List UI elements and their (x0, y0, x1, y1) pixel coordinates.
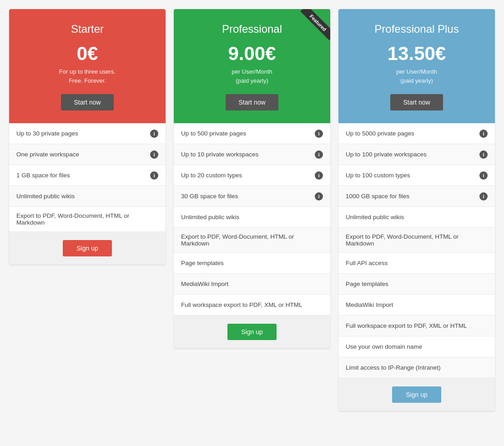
info-icon[interactable]: i (315, 130, 323, 138)
plan-desc: For up to three users.Free. Forever. (18, 67, 156, 85)
info-icon[interactable]: i (479, 192, 488, 200)
plan-footer-professional-plus: Sign up (338, 378, 495, 411)
feature-text: Full API access (346, 260, 488, 266)
start-now-button[interactable]: Start now (61, 94, 113, 110)
feature-text: Up to 100 custom types (346, 172, 476, 179)
features-list: Up to 500 private pagesiUp to 10 private… (174, 123, 330, 316)
list-item: Page templates (338, 274, 495, 295)
feature-text: Export to PDF, Word-Document, HTML or Ma… (181, 233, 323, 247)
list-item: Export to PDF, Word-Document, HTML or Ma… (9, 207, 166, 232)
info-icon[interactable]: i (150, 130, 158, 138)
feature-text: MediaWiki Import (181, 281, 323, 287)
list-item: Unlimited public wikis (338, 207, 495, 228)
list-item: Full API access (338, 253, 495, 274)
plan-header-starter: Starter0€For up to three users.Free. For… (9, 9, 166, 123)
feature-text: Up to 5000 private pages (346, 130, 476, 137)
list-item: Export to PDF, Word-Document, HTML or Ma… (338, 228, 495, 253)
feature-text: Up to 30 private pages (16, 130, 146, 137)
list-item: One private workspacei (9, 144, 166, 165)
feature-text: One private workspace (16, 151, 146, 158)
feature-text: Limit access to IP-Range (Intranet) (346, 364, 488, 371)
plan-desc: per User/Month(paid yearly) (183, 67, 321, 85)
list-item: Up to 100 private workspacesi (338, 144, 495, 165)
plan-professional-plus: Professional Plus13.50€per User/Month(pa… (338, 9, 495, 411)
feature-text: 30 GB space for files (181, 193, 311, 200)
features-list: Up to 30 private pagesiOne private works… (9, 123, 166, 232)
feature-text: 1000 GB space for files (346, 193, 476, 200)
start-now-button[interactable]: Start now (390, 94, 443, 110)
list-item: 30 GB space for filesi (174, 186, 330, 207)
feature-text: Unlimited public wikis (346, 214, 488, 220)
feature-text: Up to 20 custom types (181, 172, 311, 179)
plan-header-professional-plus: Professional Plus13.50€per User/Month(pa… (338, 9, 495, 123)
plan-footer-starter: Sign up (9, 232, 166, 265)
plan-price: 0€ (18, 43, 156, 65)
feature-text: Unlimited public wikis (181, 214, 323, 220)
list-item: MediaWiki Import (338, 295, 495, 316)
plan-professional: Professional9.00€per User/Month(paid yea… (174, 9, 330, 348)
features-list: Up to 5000 private pagesiUp to 100 priva… (338, 123, 495, 378)
list-item: MediaWiki Import (174, 274, 330, 295)
feature-text: 1 GB space for files (16, 172, 146, 179)
list-item: Up to 10 private workspacesi (174, 144, 330, 165)
list-item: Unlimited public wikis (174, 207, 330, 228)
list-item: Up to 500 private pagesi (174, 123, 330, 144)
list-item: Unlimited public wikis (9, 186, 166, 207)
list-item: 1000 GB space for filesi (338, 186, 495, 207)
plan-name: Starter (18, 23, 156, 35)
info-icon[interactable]: i (479, 130, 488, 138)
plan-price: 9.00€ (183, 43, 321, 65)
list-item: Up to 20 custom typesi (174, 165, 330, 186)
feature-text: Use your own domain name (346, 343, 488, 350)
list-item: Limit access to IP-Range (Intranet) (338, 357, 495, 378)
signup-button[interactable]: Sign up (63, 240, 111, 256)
feature-text: Full workspace export to PDF, XML or HTM… (346, 322, 488, 329)
feature-text: Export to PDF, Word-Document, HTML or Ma… (346, 233, 488, 247)
info-icon[interactable]: i (150, 150, 158, 159)
start-now-button[interactable]: Start now (226, 94, 278, 110)
signup-button[interactable]: Sign up (392, 386, 441, 403)
info-icon[interactable]: i (315, 150, 323, 159)
list-item: Use your own domain name (338, 336, 495, 357)
feature-text: Up to 100 private workspaces (346, 151, 476, 158)
list-item: Up to 30 private pagesi (9, 123, 166, 144)
feature-text: Page templates (346, 281, 488, 287)
pricing-container: Starter0€For up to three users.Free. For… (9, 9, 495, 411)
signup-button[interactable]: Sign up (227, 324, 276, 340)
info-icon[interactable]: i (150, 171, 158, 180)
plan-starter: Starter0€For up to three users.Free. For… (9, 9, 166, 265)
plan-header-professional: Professional9.00€per User/Month(paid yea… (174, 9, 330, 123)
featured-badge (294, 9, 330, 45)
feature-text: Page templates (181, 260, 323, 266)
list-item: Full workspace export to PDF, XML or HTM… (174, 295, 330, 316)
list-item: Full workspace export to PDF, XML or HTM… (338, 316, 495, 336)
feature-text: Unlimited public wikis (16, 193, 158, 200)
plan-footer-professional: Sign up (174, 316, 330, 348)
plan-name: Professional Plus (348, 23, 486, 35)
feature-text: Full workspace export to PDF, XML or HTM… (181, 301, 323, 308)
list-item: Up to 5000 private pagesi (338, 123, 495, 144)
feature-text: Up to 10 private workspaces (181, 151, 311, 158)
plan-desc: per User/Month(paid yearly) (348, 67, 486, 85)
info-icon[interactable]: i (479, 171, 488, 180)
plan-price: 13.50€ (348, 43, 486, 65)
feature-text: Up to 500 private pages (181, 130, 311, 137)
info-icon[interactable]: i (315, 171, 323, 180)
list-item: Page templates (174, 253, 330, 274)
info-icon[interactable]: i (479, 150, 488, 159)
feature-text: Export to PDF, Word-Document, HTML or Ma… (16, 212, 158, 226)
list-item: Up to 100 custom typesi (338, 165, 495, 186)
list-item: Export to PDF, Word-Document, HTML or Ma… (174, 228, 330, 253)
list-item: 1 GB space for filesi (9, 165, 166, 186)
info-icon[interactable]: i (315, 192, 323, 200)
feature-text: MediaWiki Import (346, 301, 488, 308)
